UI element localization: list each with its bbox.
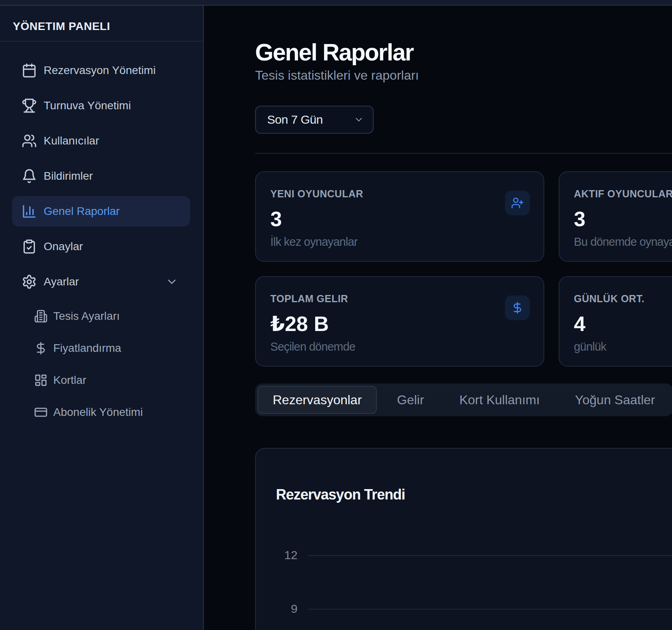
- trophy-icon: [22, 98, 37, 113]
- sidebar-item-rezervasyon-yonetimi[interactable]: Rezervasyon Yönetimi: [12, 55, 190, 86]
- content-container: Genel Raporlar Tesis istatistikleri ve r…: [255, 39, 672, 630]
- y-axis-tick: 12: [256, 547, 298, 563]
- chevron-down-icon: [354, 114, 364, 125]
- bell-icon: [22, 169, 37, 184]
- app-title: YÖNETIM PANELI: [13, 20, 110, 33]
- sidebar-item-tesis-ayarlari[interactable]: Tesis Ayarları: [12, 303, 190, 329]
- users-icon: [22, 133, 37, 148]
- clipboard-check-icon: [22, 239, 37, 254]
- top-bar: [0, 0, 672, 6]
- calendar-icon: [22, 63, 37, 78]
- sidebar-item-abonelik-yonetimi[interactable]: Abonelik Yönetimi: [12, 399, 190, 425]
- dollar-sign-icon: [511, 301, 524, 314]
- tab-rezervasyonlar[interactable]: Rezervasyonlar: [258, 386, 377, 414]
- sidebar-nav: Rezervasyon Yönetimi Turnuva Yönetimi Ku…: [0, 42, 203, 425]
- sidebar-item-kortlar[interactable]: Kortlar: [12, 367, 190, 393]
- stat-description: günlük: [574, 339, 672, 354]
- stat-label: YENI OYUNCULAR: [270, 187, 529, 200]
- sidebar-item-label: Kortlar: [53, 374, 86, 387]
- sidebar-item-onaylar[interactable]: Onaylar: [12, 231, 190, 262]
- sidebar-item-fiyatlandirma[interactable]: Fiyatlandırma: [12, 335, 190, 361]
- sidebar-item-label: Tesis Ayarları: [53, 310, 120, 323]
- chart-card: Rezervasyon Trendi 12 9: [255, 448, 672, 630]
- stat-value: 3: [270, 209, 529, 229]
- main-content: Genel Raporlar Tesis istatistikleri ve r…: [204, 6, 672, 630]
- sidebar-item-label: Ayarlar: [44, 275, 79, 288]
- report-tabs: Rezervasyonlar Gelir Kort Kullanımı Yoğu…: [255, 383, 672, 416]
- dollar-sign-icon: [34, 341, 48, 355]
- tab-kort-kullanimi[interactable]: Kort Kullanımı: [444, 386, 555, 414]
- stat-card-gunluk-ort: GÜNLÜK ORT. 4 günlük: [559, 276, 672, 367]
- chevron-down-icon: [165, 275, 178, 288]
- stat-description: Seçilen dönemde: [270, 339, 529, 354]
- stat-card-aktif-oyuncular: AKTIF OYUNCULAR 3 Bu dönemde oynayanlar: [559, 171, 672, 262]
- credit-card-icon: [34, 405, 48, 419]
- section-divider: [255, 153, 672, 154]
- sidebar-header: YÖNETIM PANELI: [0, 6, 203, 42]
- sidebar-item-ayarlar[interactable]: Ayarlar: [12, 267, 190, 297]
- stat-description: İlk kez oynayanlar: [270, 235, 529, 249]
- period-select-value: Son 7 Gün: [267, 113, 323, 126]
- gridline: [308, 609, 672, 610]
- sidebar-item-genel-raporlar[interactable]: Genel Raporlar: [12, 196, 190, 227]
- stat-icon-chip: [505, 295, 530, 320]
- chart-title: Rezervasyon Trendi: [276, 487, 405, 502]
- building-icon: [34, 309, 48, 323]
- stat-value: ₺28 B: [270, 313, 529, 334]
- sidebar-item-label: Kullanıcılar: [44, 134, 99, 147]
- stat-icon-chip: [505, 191, 530, 215]
- tab-yogun-saatler[interactable]: Yoğun Saatler: [560, 386, 670, 414]
- sidebar-item-label: Genel Raporlar: [44, 205, 120, 218]
- period-select[interactable]: Son 7 Gün: [255, 106, 374, 134]
- stat-label: TOPLAM GELIR: [270, 292, 529, 305]
- tab-gelir[interactable]: Gelir: [382, 386, 439, 414]
- stat-card-yeni-oyuncular: YENI OYUNCULAR 3 İlk kez oynayanlar: [255, 171, 544, 262]
- sidebar-item-label: Rezervasyon Yönetimi: [44, 64, 156, 77]
- page-subtitle: Tesis istatistikleri ve raporları: [255, 67, 672, 83]
- gridline: [308, 555, 672, 556]
- stat-label: GÜNLÜK ORT.: [574, 292, 672, 305]
- stat-description: Bu dönemde oynayanlar: [574, 235, 672, 249]
- sidebar-item-bildirimler[interactable]: Bildirimler: [12, 161, 190, 191]
- sidebar: YÖNETIM PANELI Rezervasyon Yönetimi Turn…: [0, 6, 204, 630]
- sidebar-item-label: Onaylar: [44, 240, 83, 253]
- stat-value: 3: [574, 209, 672, 229]
- app-shell: YÖNETIM PANELI Rezervasyon Yönetimi Turn…: [0, 6, 672, 630]
- nav-chevron: [165, 275, 178, 288]
- sidebar-item-label: Abonelik Yönetimi: [53, 406, 143, 419]
- stat-card-toplam-gelir: TOPLAM GELIR ₺28 B Seçilen dönemde: [255, 276, 544, 367]
- sidebar-item-turnuva-yonetimi[interactable]: Turnuva Yönetimi: [12, 90, 190, 121]
- sidebar-item-kullanicilar[interactable]: Kullanıcılar: [12, 126, 190, 156]
- sidebar-settings-subnav: Tesis Ayarları Fiyatlandırma Kortlar Abo…: [12, 303, 190, 425]
- stat-label: AKTIF OYUNCULAR: [574, 187, 672, 200]
- sidebar-item-label: Fiyatlandırma: [53, 342, 121, 355]
- gear-icon: [22, 274, 37, 289]
- stats-grid: YENI OYUNCULAR 3 İlk kez oynayanlar AKTI…: [255, 171, 672, 367]
- bar-chart-icon: [22, 204, 37, 219]
- page-title: Genel Raporlar: [255, 39, 672, 66]
- y-axis-tick: 9: [256, 601, 298, 617]
- layout-grid-icon: [34, 373, 48, 387]
- sidebar-item-label: Turnuva Yönetimi: [44, 99, 131, 112]
- user-plus-icon: [511, 197, 524, 209]
- stat-value: 4: [574, 313, 672, 334]
- select-chevron: [354, 114, 364, 125]
- sidebar-item-label: Bildirimler: [44, 170, 93, 183]
